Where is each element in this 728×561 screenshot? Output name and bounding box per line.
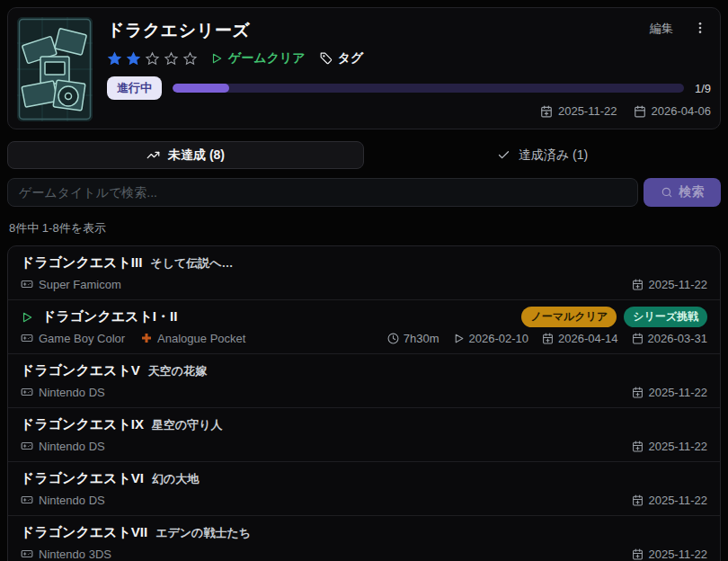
game-title: ドラゴンクエストVII <box>21 524 147 541</box>
calendar-plus-icon <box>632 494 644 506</box>
game-row[interactable]: ドラゴンクエストIII そして伝説へ… Super Famicom 2025-1… <box>8 246 720 300</box>
gamepad-icon <box>21 494 33 506</box>
dpad-icon <box>141 333 152 343</box>
platform: Super Famicom <box>21 278 121 291</box>
platform-name: Game Boy Color <box>39 332 125 345</box>
game-row[interactable]: ドラゴンクエストV 天空の花嫁 Nintendo DS 2025-11-22 <box>8 354 720 408</box>
added-date: 2025-11-22 <box>632 548 707 561</box>
platform: Nintendo DS <box>21 440 105 453</box>
result-count: 8件中 1-8件を表示 <box>9 220 721 236</box>
gamepad-icon <box>21 440 33 452</box>
achievement-tabs: 未達成 (8) 達成済み (1) <box>7 141 721 169</box>
added-date-value: 2025-11-22 <box>558 104 617 118</box>
added-date-value: 2025-11-22 <box>648 494 707 507</box>
game-title: ドラゴンクエストI・II <box>42 308 177 325</box>
platform-name: Super Famicom <box>39 278 121 291</box>
game-title: ドラゴンクエストVI <box>21 470 144 487</box>
play-icon <box>453 333 465 344</box>
game-subtitle: 幻の大地 <box>152 471 199 487</box>
added-date: 2025-11-22 <box>540 104 617 118</box>
added-date-value: 2025-11-22 <box>648 386 707 399</box>
game-subtitle: エデンの戦士たち <box>155 525 251 541</box>
added-date: 2025-11-22 <box>632 386 707 399</box>
platform: Game Boy Color <box>21 332 125 345</box>
progress-fill <box>173 84 229 93</box>
playtime-value: 7h30m <box>404 332 439 345</box>
calendar-plus-icon <box>540 105 553 118</box>
game-subtitle: 天空の花嫁 <box>148 363 207 379</box>
platform-name: Nintendo DS <box>39 440 105 453</box>
game-row[interactable]: ドラゴンクエストI・II ノーマルクリア シリーズ挑戦 Game Boy Col… <box>8 300 720 354</box>
playtime: 7h30m <box>387 332 439 345</box>
play-icon <box>210 52 223 65</box>
platform: Analogue Pocket <box>141 332 245 345</box>
search-input[interactable] <box>7 178 638 207</box>
game-subtitle: そして伝説へ… <box>150 255 233 272</box>
added-date: 2025-11-22 <box>632 278 707 291</box>
tab-achieved-label: 達成済み (1) <box>519 147 588 164</box>
due-date: 2026-04-14 <box>542 332 618 345</box>
tag-chip[interactable]: タグ <box>320 50 364 67</box>
game-title: ドラゴンクエストIX <box>21 416 144 433</box>
gamepad-icon <box>21 548 33 560</box>
added-date: 2025-11-22 <box>632 440 707 453</box>
game-list: ドラゴンクエストIII そして伝説へ… Super Famicom 2025-1… <box>7 245 721 561</box>
calendar-plus-icon <box>632 548 644 560</box>
gamepad-icon <box>21 278 33 290</box>
challenge-badge: シリーズ挑戦 <box>624 307 707 327</box>
calendar-plus-icon <box>632 279 644 290</box>
check-icon <box>497 148 510 162</box>
rating-stars[interactable] <box>107 51 198 67</box>
start-date: 2026-02-10 <box>453 332 529 345</box>
calendar-plus-icon <box>542 333 554 344</box>
added-date-value: 2025-11-22 <box>648 278 707 291</box>
star-icon[interactable] <box>182 51 198 67</box>
platform-name: Nintendo 3DS <box>39 548 111 561</box>
star-icon[interactable] <box>107 51 122 67</box>
search-icon <box>661 186 673 199</box>
added-date: 2025-11-22 <box>632 494 707 507</box>
game-subtitle: 星空の守り人 <box>152 417 223 433</box>
due-date: 2026-04-06 <box>634 104 712 118</box>
platform: Nintendo DS <box>21 494 105 507</box>
search-button[interactable]: 検索 <box>644 178 721 207</box>
gamepad-icon <box>21 386 33 398</box>
platform: Nintendo 3DS <box>21 548 111 561</box>
clear-level-badge: ノーマルクリア <box>521 307 617 327</box>
game-row[interactable]: ドラゴンクエストVII エデンの戦士たち Nintendo 3DS 2025-1… <box>8 516 720 561</box>
status-badge: 進行中 <box>107 76 162 100</box>
game-clear-label: ゲームクリア <box>228 50 306 67</box>
progress-label: 1/9 <box>695 82 711 95</box>
tab-unachieved[interactable]: 未達成 (8) <box>7 141 364 169</box>
series-header-card: ドラクエシリーズ 編集 ゲームクリア タグ <box>7 7 721 129</box>
tag-icon <box>320 52 333 65</box>
calendar-icon <box>632 333 644 344</box>
search-button-label: 検索 <box>679 184 705 200</box>
star-icon[interactable] <box>145 51 160 67</box>
game-title: ドラゴンクエストV <box>21 362 140 379</box>
platform-name: Nintendo DS <box>39 494 105 507</box>
playing-icon <box>21 311 33 324</box>
series-cover-image <box>17 17 93 121</box>
star-icon[interactable] <box>126 51 141 67</box>
target-date: 2026-03-31 <box>632 332 708 345</box>
game-row[interactable]: ドラゴンクエストIX 星空の守り人 Nintendo DS 2025-11-22 <box>8 408 720 462</box>
kebab-menu-icon[interactable] <box>691 19 709 37</box>
clock-icon <box>387 333 399 344</box>
calendar-icon <box>634 105 646 118</box>
due-date-value: 2026-04-06 <box>652 104 712 118</box>
due-date-value: 2026-04-14 <box>558 332 618 345</box>
star-icon[interactable] <box>164 51 179 67</box>
added-date-value: 2025-11-22 <box>648 440 707 453</box>
platform-name: Analogue Pocket <box>157 332 245 345</box>
game-clear-chip[interactable]: ゲームクリア <box>210 50 306 67</box>
series-title: ドラクエシリーズ <box>107 19 250 42</box>
progress-bar <box>173 84 684 93</box>
added-date-value: 2025-11-22 <box>648 548 707 561</box>
edit-button[interactable]: 編集 <box>646 19 677 39</box>
tab-achieved[interactable]: 達成済み (1) <box>364 141 721 169</box>
gamepad-icon <box>21 332 33 344</box>
target-date-value: 2026-03-31 <box>648 332 708 345</box>
game-row[interactable]: ドラゴンクエストVI 幻の大地 Nintendo DS 2025-11-22 <box>8 462 720 516</box>
calendar-plus-icon <box>632 387 644 398</box>
